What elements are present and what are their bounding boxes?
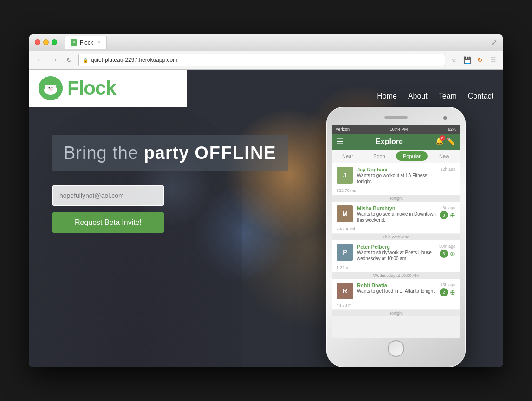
feed-time: 6d ago [442, 205, 455, 210]
website-content: Flock Home About Team Contact Bring the … [29, 70, 503, 367]
status-battery: 62% [448, 127, 456, 131]
feed-avatar: R [337, 283, 353, 299]
phone-top-bar [332, 112, 460, 123]
feed-divider: Tonight [332, 310, 460, 316]
feed-item: J Jay Rughani Wants to go workout at LA … [332, 163, 460, 195]
tab-area: F Flock × [65, 36, 487, 49]
tab-favicon: F [71, 39, 77, 46]
tab-new[interactable]: New [428, 150, 460, 163]
nav-team[interactable]: Team [439, 92, 457, 100]
feed-divider: Tonight [332, 195, 460, 202]
feed-desc: Wants to go see a movie in Downtown this… [357, 211, 436, 223]
tab-near[interactable]: Near [332, 150, 363, 163]
feed-desc: Wants to go workout at LA Fitness tonigh… [357, 172, 436, 184]
feed-desc: Wants to get food in E. Atlanta tonight. [357, 288, 436, 294]
feed-time: 13h ago [440, 283, 455, 287]
feed-divider: This Weekend [332, 234, 460, 240]
feed-distance: 322.70 mi. [332, 188, 460, 195]
minimize-button[interactable] [43, 39, 49, 45]
feed-count: 2 [440, 288, 448, 296]
phone-speaker [384, 116, 408, 119]
window-expand-icon[interactable]: ⤢ [491, 38, 497, 47]
feed-name: Rohit Bhatia [357, 283, 436, 288]
feed-avatar: P [337, 244, 353, 261]
status-time: 10:44 PM [390, 127, 408, 131]
site-header: Flock Home About Team Contact [29, 70, 503, 107]
feed-desc: Wants to study/work at Poets House wedne… [357, 250, 435, 262]
feed-name: Peter Pelberg [357, 244, 435, 250]
email-input[interactable] [52, 185, 164, 206]
feed-avatar: J [337, 167, 353, 184]
status-carrier: Verizon [336, 127, 350, 131]
plus-icon[interactable]: ⊕ [450, 250, 455, 257]
browser-window: F Flock × ⤢ ← → ↻ 🔒 quiet-plateau-2297.h… [29, 34, 503, 367]
logo-area: Flock [29, 70, 187, 107]
logo-icon [39, 76, 63, 100]
notification-icon[interactable]: 🔔 0 [435, 137, 443, 146]
feed-item: M Misha Burshtyn Wants to go see a movie… [332, 202, 460, 233]
reload-button[interactable]: ↻ [64, 54, 75, 66]
svg-point-6 [47, 85, 54, 92]
logo-text: Flock [67, 77, 116, 99]
app-tab-bar: Near Soon Popular New [332, 150, 460, 163]
tab-popular[interactable]: Popular [396, 151, 428, 161]
phone-bottom [332, 338, 460, 359]
menu-hamburger-icon[interactable]: ☰ [337, 137, 343, 146]
feed-item: R Rohit Bhatia Wants to get food in E. A… [332, 279, 460, 309]
phone-camera [443, 116, 447, 120]
url-text: quiet-plateau-2297.herokuapp.com [91, 57, 177, 63]
nav-home[interactable]: Home [377, 92, 397, 100]
hero-content: Bring the party OFFLINE Request Beta Inv… [52, 135, 288, 233]
feed-count: 3 [440, 250, 448, 258]
phone-mockup: Verizon 10:44 PM 62% ☰ Explore 🔔 0 [326, 107, 466, 367]
tagline: Bring the party OFFLINE [64, 143, 277, 163]
tagline-offline: OFFLINE [195, 143, 277, 163]
app-status-bar: Verizon 10:44 PM 62% [332, 125, 460, 134]
forward-button[interactable]: → [49, 54, 60, 66]
pocket-icon[interactable]: 💾 [462, 55, 472, 65]
svg-point-8 [52, 87, 53, 88]
tagline-prefix: Bring the [64, 143, 144, 163]
plus-icon[interactable]: ⊕ [450, 211, 455, 219]
plus-icon[interactable]: ⊕ [450, 289, 455, 296]
feed-name: Misha Burshtyn [357, 205, 436, 211]
back-button[interactable]: ← [34, 54, 45, 66]
nav-links: Home About Team Contact [377, 92, 493, 100]
address-bar: ← → ↻ 🔒 quiet-plateau-2297.herokuapp.com… [29, 51, 503, 70]
traffic-lights [35, 39, 57, 45]
beta-invite-button[interactable]: Request Beta Invite! [52, 212, 164, 233]
phone-screen: Verizon 10:44 PM 62% ☰ Explore 🔔 0 [332, 125, 460, 338]
feed-distance: 1.31 mi. [332, 265, 460, 272]
feed-distance: 44.28 mi. [332, 303, 460, 309]
app-nav-bar: ☰ Explore 🔔 0 ✏️ [332, 134, 460, 150]
feed-distance: 746.36 mi. [332, 227, 460, 233]
feed-time: 12h ago [440, 167, 455, 171]
feed-divider: Wednesday at 10:00 AM [332, 272, 460, 279]
app-screen-title: Explore [343, 138, 435, 146]
browser-tab[interactable]: F Flock × [65, 36, 107, 49]
title-bar: F Flock × ⤢ [29, 34, 503, 51]
compose-icon[interactable]: ✏️ [446, 137, 455, 146]
nav-about[interactable]: About [408, 92, 428, 100]
tagline-box: Bring the party OFFLINE [52, 135, 288, 171]
feed-avatar: M [337, 205, 353, 222]
refresh-icon[interactable]: ↻ [475, 55, 485, 65]
svg-point-7 [49, 87, 50, 88]
phone-frame: Verizon 10:44 PM 62% ☰ Explore 🔔 0 [326, 107, 466, 367]
bookmark-icon[interactable]: ☆ [449, 55, 459, 65]
menu-icon[interactable]: ☰ [488, 55, 498, 65]
maximize-button[interactable] [52, 39, 57, 45]
feed-count: 3 [440, 211, 448, 219]
tab-close-icon[interactable]: × [98, 40, 101, 45]
close-button[interactable] [35, 39, 40, 45]
tab-soon[interactable]: Soon [363, 150, 395, 163]
feed-name: Jay Rughani [357, 167, 436, 172]
url-bar[interactable]: 🔒 quiet-plateau-2297.herokuapp.com [78, 54, 445, 66]
tab-title: Flock [80, 39, 93, 46]
home-button[interactable] [388, 340, 404, 357]
nav-area: Home About Team Contact [187, 70, 503, 107]
app-feed: J Jay Rughani Wants to go workout at LA … [332, 163, 460, 338]
svg-point-9 [50, 88, 52, 90]
lock-icon: 🔒 [83, 58, 88, 63]
nav-contact[interactable]: Contact [468, 92, 493, 100]
